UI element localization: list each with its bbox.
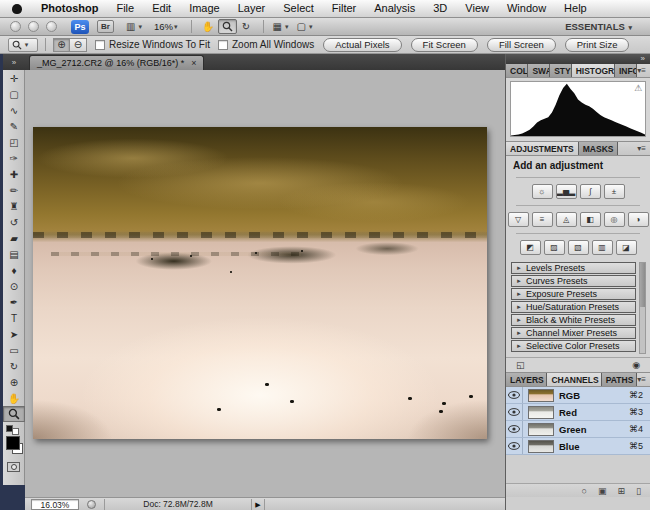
actual-pixels-button[interactable]: Actual Pixels	[323, 38, 401, 52]
workspace-switcher-button[interactable]: ESSENTIALS ▾	[565, 21, 638, 32]
crop-tool[interactable]: ◰	[3, 134, 25, 150]
cached-data-warning-icon[interactable]: ⚠	[634, 83, 642, 93]
eraser-tool[interactable]: ▰	[3, 230, 25, 246]
menu-analysis[interactable]: Analysis	[365, 0, 424, 17]
tab-layers[interactable]: LAYERS	[506, 373, 547, 386]
arrange-documents-icon[interactable]: ▦	[273, 21, 282, 32]
visibility-toggle[interactable]	[506, 387, 523, 403]
exposure-icon[interactable]: ±	[604, 184, 625, 199]
presets-scrollbar[interactable]	[639, 262, 646, 354]
rotate-view-tool-button[interactable]: ↻	[237, 19, 256, 34]
channel-row-red[interactable]: Red ⌘3	[506, 404, 650, 421]
tab-histogram[interactable]: HISTOGRAM	[572, 64, 615, 77]
type-tool[interactable]: T	[3, 310, 25, 326]
zoom-tool[interactable]	[3, 406, 25, 422]
disclosure-triangle-icon[interactable]: ►	[516, 343, 522, 349]
path-selection-tool[interactable]: ➤	[3, 326, 25, 342]
dock-collapse-bar[interactable]: »	[506, 54, 650, 64]
tab-info[interactable]: INFO	[615, 64, 637, 77]
screen-mode-icon[interactable]: ▢	[296, 21, 305, 32]
orbit-3d-tool[interactable]: ⊕	[3, 374, 25, 390]
channel-thumbnail[interactable]	[528, 389, 554, 402]
panel-menu-icon[interactable]: ▾≡	[618, 142, 650, 155]
lasso-tool[interactable]: ∿	[3, 102, 25, 118]
view-extras-dropdown-icon[interactable]: ▾	[138, 23, 142, 31]
panel-menu-icon[interactable]: ▾≡	[637, 373, 650, 386]
arrange-documents-dropdown-icon[interactable]: ▾	[285, 23, 289, 31]
menu-edit[interactable]: Edit	[143, 0, 180, 17]
menu-image[interactable]: Image	[180, 0, 229, 17]
marquee-tool[interactable]: ▢	[3, 86, 25, 102]
visibility-toggle[interactable]	[506, 404, 523, 420]
delete-channel-icon[interactable]: ▯	[636, 486, 641, 496]
zoom-tool-preset-button[interactable]: ▾	[8, 38, 38, 52]
selective-color-presets-item[interactable]: ►Selective Color Presets	[511, 340, 636, 352]
zoom-all-windows-checkbox[interactable]	[218, 40, 228, 50]
clip-to-layer-icon[interactable]: ◉	[632, 360, 640, 370]
save-selection-icon[interactable]: ▣	[598, 486, 607, 496]
window-close-button[interactable]	[10, 21, 21, 32]
default-swatches-icon[interactable]	[6, 425, 22, 434]
tab-styles[interactable]: STYl	[550, 64, 571, 77]
selective-color-icon[interactable]: ◪	[616, 240, 637, 255]
hand-tool-button[interactable]: ✋	[199, 19, 218, 34]
rotate-3d-tool[interactable]: ↻	[3, 358, 25, 374]
brush-tool[interactable]: ✏	[3, 182, 25, 198]
disclosure-triangle-icon[interactable]: ►	[516, 291, 522, 297]
history-brush-tool[interactable]: ↺	[3, 214, 25, 230]
tab-color[interactable]: COLI	[506, 64, 528, 77]
hue-saturation-icon[interactable]: ≡	[532, 212, 553, 227]
invert-icon[interactable]: ◩	[520, 240, 541, 255]
blur-tool[interactable]: ♦	[3, 262, 25, 278]
window-zoom-button[interactable]	[46, 21, 57, 32]
zoom-level-select[interactable]: 16%	[154, 21, 173, 32]
status-menu-arrow-icon[interactable]: ▶	[252, 499, 265, 510]
healing-brush-tool[interactable]: ✚	[3, 166, 25, 182]
black-white-icon[interactable]: ◧	[580, 212, 601, 227]
new-channel-icon[interactable]: ⊞	[618, 486, 626, 496]
tab-masks[interactable]: MASKS	[579, 142, 619, 155]
dodge-tool[interactable]: ⊙	[3, 278, 25, 294]
gradient-map-icon[interactable]: ▥	[592, 240, 613, 255]
channel-row-blue[interactable]: Blue ⌘5	[506, 438, 650, 455]
photo-filter-icon[interactable]: ◎	[604, 212, 625, 227]
load-selection-icon[interactable]: ○	[582, 486, 587, 496]
move-tool[interactable]: ✛	[3, 70, 25, 86]
channel-row-rgb[interactable]: RGB ⌘2	[506, 387, 650, 404]
hue-saturation-presets-item[interactable]: ►Hue/Saturation Presets	[511, 301, 636, 313]
view-extras-icon[interactable]: ▥	[126, 21, 135, 32]
fit-screen-button[interactable]: Fit Screen	[411, 38, 478, 52]
tab-paths[interactable]: PATHS	[602, 373, 637, 386]
print-size-button[interactable]: Print Size	[565, 38, 630, 52]
hand-tool[interactable]: ✋	[3, 390, 25, 406]
disclosure-triangle-icon[interactable]: ►	[516, 330, 522, 336]
menu-layer[interactable]: Layer	[229, 0, 275, 17]
tab-swatches[interactable]: SWA	[528, 64, 550, 77]
toolbar-collapse-icon[interactable]: »	[3, 56, 25, 70]
scrollbar-thumb[interactable]	[640, 263, 645, 307]
zoom-out-mode-button[interactable]: ⊖	[70, 38, 87, 52]
gradient-tool[interactable]: ▤	[3, 246, 25, 262]
status-zoom-field[interactable]: 16.03%	[31, 499, 79, 510]
tab-adjustments[interactable]: ADJUSTMENTS	[506, 142, 579, 155]
foreground-color-swatch[interactable]	[6, 436, 20, 450]
color-balance-icon[interactable]: ◬	[556, 212, 577, 227]
quick-mask-button[interactable]	[7, 462, 20, 472]
levels-icon[interactable]: ▂▅▂	[556, 184, 577, 199]
brightness-contrast-icon[interactable]: ☼	[532, 184, 553, 199]
curves-presets-item[interactable]: ►Curves Presets	[511, 275, 636, 287]
menu-3d[interactable]: 3D	[424, 0, 456, 17]
canvas-area[interactable]	[25, 70, 505, 497]
channel-thumbnail[interactable]	[528, 440, 554, 453]
channel-thumbnail[interactable]	[528, 406, 554, 419]
panel-menu-icon[interactable]: ▾≡	[637, 64, 650, 77]
rectangle-tool[interactable]: ▭	[3, 342, 25, 358]
channel-mixer-presets-item[interactable]: ►Channel Mixer Presets	[511, 327, 636, 339]
zoom-level-dropdown-icon[interactable]: ▾	[174, 23, 178, 31]
window-minimize-button[interactable]	[28, 21, 39, 32]
photo-document[interactable]	[33, 127, 487, 439]
menu-window[interactable]: Window	[498, 0, 555, 17]
visibility-toggle[interactable]	[506, 438, 523, 454]
menu-photoshop[interactable]: Photoshop	[32, 0, 107, 17]
disclosure-triangle-icon[interactable]: ►	[516, 317, 522, 323]
